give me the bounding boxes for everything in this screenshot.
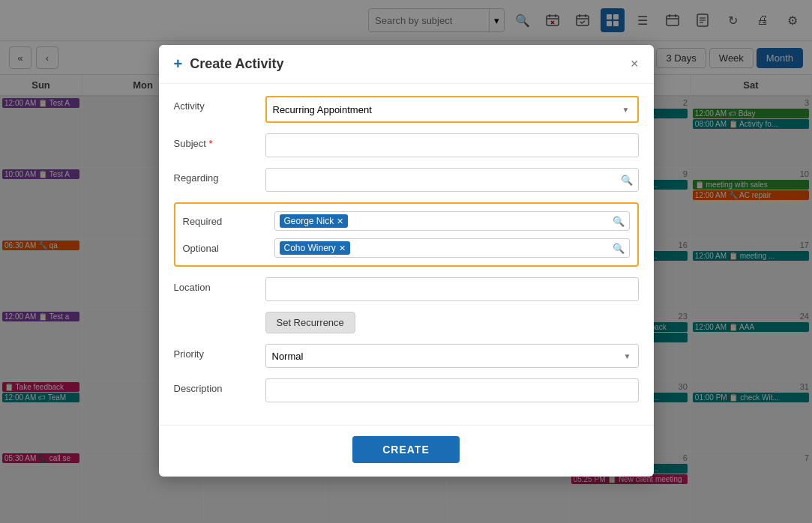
modal-plus-icon: +	[174, 55, 183, 73]
optional-tag-coho: Coho Winery ✕	[280, 241, 350, 255]
recurrence-row: Set Recurrence	[174, 312, 639, 333]
modal-title: Create Activity	[190, 56, 631, 72]
priority-select[interactable]: Normal High Low	[265, 344, 639, 368]
subject-field	[265, 133, 639, 157]
description-label: Description	[174, 378, 256, 394]
modal-body: Activity Appointment Recurring Appointme…	[159, 84, 654, 425]
regarding-input[interactable]	[265, 168, 639, 192]
priority-row: Priority Normal High Low	[174, 344, 639, 368]
optional-label: Optional	[183, 238, 265, 254]
create-activity-modal: + Create Activity × Activity Appointment…	[159, 45, 654, 477]
required-field: George Nick ✕ 🔍	[274, 211, 630, 231]
regarding-row: Regarding 🔍	[174, 168, 639, 192]
modal-overlay: + Create Activity × Activity Appointment…	[0, 0, 812, 523]
required-label: Required	[183, 211, 265, 227]
optional-field: Coho Winery ✕ 🔍	[274, 238, 630, 258]
required-tag-remove[interactable]: ✕	[337, 217, 343, 226]
subject-row: Subject *	[174, 133, 639, 157]
activity-field: Appointment Recurring Appointment Task E…	[265, 96, 639, 123]
description-field	[265, 378, 639, 402]
required-tag-input[interactable]: George Nick ✕ 🔍	[274, 211, 630, 231]
optional-row: Optional Coho Winery ✕ 🔍	[183, 238, 630, 258]
location-input[interactable]	[265, 277, 639, 301]
modal-footer: CREATE	[159, 425, 654, 477]
optional-search-icon[interactable]: 🔍	[613, 243, 625, 254]
regarding-label: Regarding	[174, 168, 256, 184]
activity-label: Activity	[174, 96, 256, 112]
location-label: Location	[174, 277, 256, 293]
regarding-search-icon[interactable]: 🔍	[621, 175, 633, 186]
optional-tag-remove[interactable]: ✕	[339, 244, 346, 253]
recurrence-field: Set Recurrence	[265, 312, 639, 333]
required-search-icon[interactable]: 🔍	[613, 216, 625, 227]
subject-input[interactable]	[265, 133, 639, 157]
description-input[interactable]	[265, 378, 639, 402]
required-optional-section: Required George Nick ✕ 🔍 Optional	[174, 202, 639, 267]
required-star: *	[206, 138, 213, 149]
subject-label: Subject *	[174, 133, 256, 149]
regarding-field: 🔍	[265, 168, 639, 192]
optional-tag-input[interactable]: Coho Winery ✕ 🔍	[274, 238, 630, 258]
priority-field: Normal High Low	[265, 344, 639, 368]
modal-close-btn[interactable]: ×	[631, 56, 639, 72]
create-btn[interactable]: CREATE	[352, 436, 460, 463]
modal-header: + Create Activity ×	[159, 45, 654, 84]
activity-select[interactable]: Appointment Recurring Appointment Task E…	[267, 97, 637, 121]
priority-label: Priority	[174, 344, 256, 360]
required-row: Required George Nick ✕ 🔍	[183, 211, 630, 231]
activity-row: Activity Appointment Recurring Appointme…	[174, 96, 639, 123]
location-field	[265, 277, 639, 301]
required-tag-george: George Nick ✕	[280, 214, 349, 228]
description-row: Description	[174, 378, 639, 402]
location-row: Location	[174, 277, 639, 301]
recurrence-spacer	[174, 312, 256, 316]
set-recurrence-btn[interactable]: Set Recurrence	[265, 312, 355, 333]
